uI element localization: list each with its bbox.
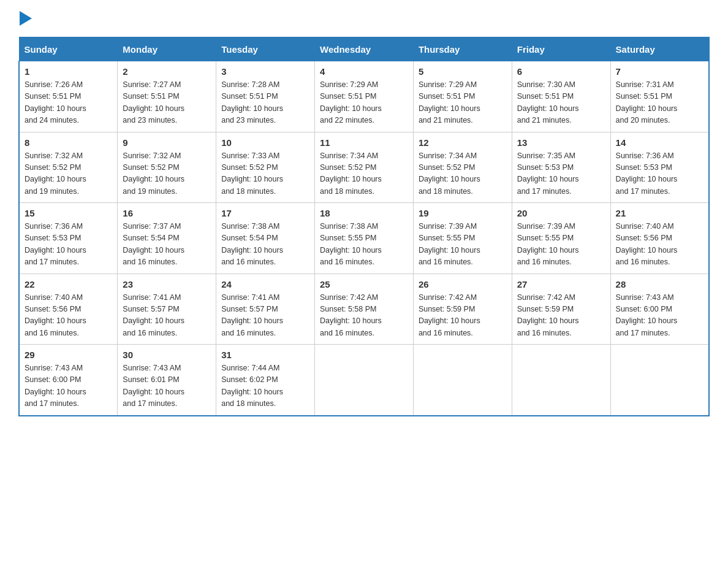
day-info: Sunrise: 7:43 AMSunset: 6:01 PMDaylight:… (123, 362, 211, 410)
day-cell: 16Sunrise: 7:37 AMSunset: 5:54 PMDayligh… (118, 203, 216, 274)
col-sunday: Sunday (19, 37, 118, 61)
col-monday: Monday (118, 37, 216, 61)
day-cell: 25Sunrise: 7:42 AMSunset: 5:58 PMDayligh… (315, 274, 414, 345)
week-row-2: 8Sunrise: 7:32 AMSunset: 5:52 PMDaylight… (19, 132, 709, 203)
day-info: Sunrise: 7:39 AMSunset: 5:55 PMDaylight:… (517, 221, 605, 269)
day-info: Sunrise: 7:36 AMSunset: 5:53 PMDaylight:… (25, 221, 112, 269)
day-number: 12 (419, 137, 507, 148)
day-cell: 31Sunrise: 7:44 AMSunset: 6:02 PMDayligh… (216, 345, 315, 416)
col-thursday: Thursday (413, 37, 512, 61)
day-number: 31 (221, 350, 309, 360)
day-info: Sunrise: 7:29 AMSunset: 5:51 PMDaylight:… (419, 79, 507, 127)
day-info: Sunrise: 7:28 AMSunset: 5:51 PMDaylight:… (221, 79, 309, 127)
day-number: 9 (123, 137, 211, 148)
day-number: 29 (25, 350, 112, 360)
day-info: Sunrise: 7:38 AMSunset: 5:54 PMDaylight:… (221, 221, 309, 269)
day-number: 18 (320, 208, 408, 218)
day-number: 20 (517, 208, 605, 218)
day-cell: 14Sunrise: 7:36 AMSunset: 5:53 PMDayligh… (610, 132, 709, 203)
day-info: Sunrise: 7:43 AMSunset: 6:00 PMDaylight:… (616, 292, 703, 340)
day-cell (512, 345, 610, 416)
day-cell: 5Sunrise: 7:29 AMSunset: 5:51 PMDaylight… (413, 61, 512, 132)
week-row-1: 1Sunrise: 7:26 AMSunset: 5:51 PMDaylight… (19, 61, 709, 132)
day-cell: 18Sunrise: 7:38 AMSunset: 5:55 PMDayligh… (315, 203, 414, 274)
day-cell (610, 345, 709, 416)
day-info: Sunrise: 7:44 AMSunset: 6:02 PMDaylight:… (221, 362, 309, 410)
day-cell: 17Sunrise: 7:38 AMSunset: 5:54 PMDayligh… (216, 203, 315, 274)
day-number: 15 (25, 208, 112, 218)
day-number: 14 (616, 137, 703, 148)
col-wednesday: Wednesday (315, 37, 414, 61)
col-tuesday: Tuesday (216, 37, 315, 61)
day-number: 28 (616, 279, 703, 289)
calendar-header-row: Sunday Monday Tuesday Wednesday Thursday… (19, 37, 709, 61)
day-number: 19 (419, 208, 507, 218)
calendar-table: Sunday Monday Tuesday Wednesday Thursday… (18, 37, 710, 416)
day-cell: 15Sunrise: 7:36 AMSunset: 5:53 PMDayligh… (19, 203, 118, 274)
day-number: 27 (517, 279, 605, 289)
day-info: Sunrise: 7:40 AMSunset: 5:56 PMDaylight:… (25, 292, 112, 340)
day-info: Sunrise: 7:37 AMSunset: 5:54 PMDaylight:… (123, 221, 211, 269)
day-number: 3 (221, 66, 309, 77)
day-cell: 1Sunrise: 7:26 AMSunset: 5:51 PMDaylight… (19, 61, 118, 132)
day-cell: 21Sunrise: 7:40 AMSunset: 5:56 PMDayligh… (610, 203, 709, 274)
day-info: Sunrise: 7:39 AMSunset: 5:55 PMDaylight:… (419, 221, 507, 269)
day-cell: 26Sunrise: 7:42 AMSunset: 5:59 PMDayligh… (413, 274, 512, 345)
logo (18, 12, 33, 25)
day-info: Sunrise: 7:41 AMSunset: 5:57 PMDaylight:… (221, 292, 309, 340)
col-saturday: Saturday (610, 37, 709, 61)
day-cell: 30Sunrise: 7:43 AMSunset: 6:01 PMDayligh… (118, 345, 216, 416)
day-info: Sunrise: 7:31 AMSunset: 5:51 PMDaylight:… (616, 79, 703, 127)
day-number: 13 (517, 137, 605, 148)
day-number: 30 (123, 350, 211, 360)
day-info: Sunrise: 7:27 AMSunset: 5:51 PMDaylight:… (123, 79, 211, 127)
day-number: 1 (25, 66, 112, 77)
day-cell: 12Sunrise: 7:34 AMSunset: 5:52 PMDayligh… (413, 132, 512, 203)
day-cell: 28Sunrise: 7:43 AMSunset: 6:00 PMDayligh… (610, 274, 709, 345)
day-number: 16 (123, 208, 211, 218)
day-info: Sunrise: 7:30 AMSunset: 5:51 PMDaylight:… (517, 79, 605, 127)
day-info: Sunrise: 7:32 AMSunset: 5:52 PMDaylight:… (123, 150, 211, 198)
day-number: 6 (517, 66, 605, 77)
day-info: Sunrise: 7:35 AMSunset: 5:53 PMDaylight:… (517, 150, 605, 198)
day-info: Sunrise: 7:34 AMSunset: 5:52 PMDaylight:… (419, 150, 507, 198)
day-number: 10 (221, 137, 309, 148)
day-info: Sunrise: 7:34 AMSunset: 5:52 PMDaylight:… (320, 150, 408, 198)
day-cell: 20Sunrise: 7:39 AMSunset: 5:55 PMDayligh… (512, 203, 610, 274)
day-info: Sunrise: 7:26 AMSunset: 5:51 PMDaylight:… (25, 79, 112, 127)
day-number: 23 (123, 279, 211, 289)
day-number: 8 (25, 137, 112, 148)
day-cell: 6Sunrise: 7:30 AMSunset: 5:51 PMDaylight… (512, 61, 610, 132)
day-info: Sunrise: 7:38 AMSunset: 5:55 PMDaylight:… (320, 221, 408, 269)
day-info: Sunrise: 7:36 AMSunset: 5:53 PMDaylight:… (616, 150, 703, 198)
day-cell: 4Sunrise: 7:29 AMSunset: 5:51 PMDaylight… (315, 61, 414, 132)
week-row-4: 22Sunrise: 7:40 AMSunset: 5:56 PMDayligh… (19, 274, 709, 345)
day-info: Sunrise: 7:33 AMSunset: 5:52 PMDaylight:… (221, 150, 309, 198)
day-cell: 2Sunrise: 7:27 AMSunset: 5:51 PMDaylight… (118, 61, 216, 132)
day-number: 5 (419, 66, 507, 77)
day-cell: 9Sunrise: 7:32 AMSunset: 5:52 PMDaylight… (118, 132, 216, 203)
day-cell: 13Sunrise: 7:35 AMSunset: 5:53 PMDayligh… (512, 132, 610, 203)
day-number: 22 (25, 279, 112, 289)
day-info: Sunrise: 7:43 AMSunset: 6:00 PMDaylight:… (25, 362, 112, 410)
day-cell: 23Sunrise: 7:41 AMSunset: 5:57 PMDayligh… (118, 274, 216, 345)
day-cell: 22Sunrise: 7:40 AMSunset: 5:56 PMDayligh… (19, 274, 118, 345)
day-info: Sunrise: 7:42 AMSunset: 5:59 PMDaylight:… (517, 292, 605, 340)
day-number: 21 (616, 208, 703, 218)
day-info: Sunrise: 7:40 AMSunset: 5:56 PMDaylight:… (616, 221, 703, 269)
day-number: 2 (123, 66, 211, 77)
day-number: 26 (419, 279, 507, 289)
day-info: Sunrise: 7:29 AMSunset: 5:51 PMDaylight:… (320, 79, 408, 127)
col-friday: Friday (512, 37, 610, 61)
day-number: 4 (320, 66, 408, 77)
week-row-5: 29Sunrise: 7:43 AMSunset: 6:00 PMDayligh… (19, 345, 709, 416)
day-cell: 27Sunrise: 7:42 AMSunset: 5:59 PMDayligh… (512, 274, 610, 345)
week-row-3: 15Sunrise: 7:36 AMSunset: 5:53 PMDayligh… (19, 203, 709, 274)
day-cell: 3Sunrise: 7:28 AMSunset: 5:51 PMDaylight… (216, 61, 315, 132)
day-info: Sunrise: 7:42 AMSunset: 5:59 PMDaylight:… (419, 292, 507, 340)
day-number: 24 (221, 279, 309, 289)
page-header (18, 12, 710, 25)
day-number: 17 (221, 208, 309, 218)
day-cell: 7Sunrise: 7:31 AMSunset: 5:51 PMDaylight… (610, 61, 709, 132)
logo-arrow-icon (20, 11, 32, 26)
